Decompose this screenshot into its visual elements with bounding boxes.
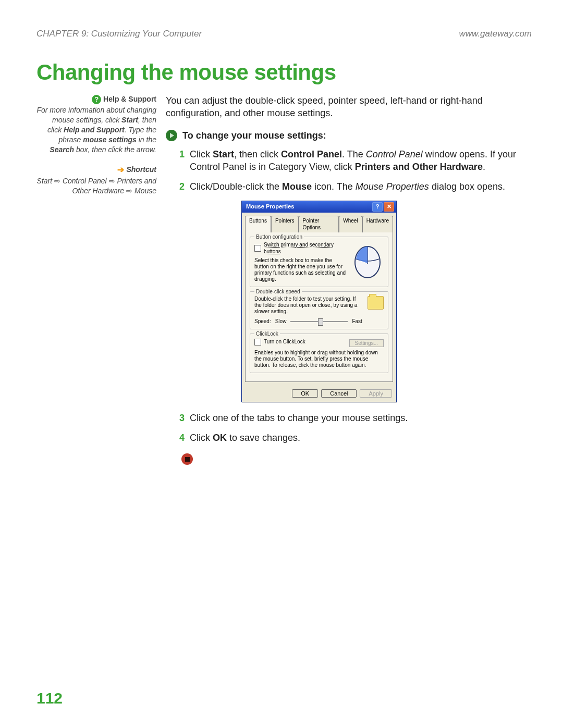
group-double-click: Double-click speed Double-click the fold… bbox=[250, 291, 388, 330]
subheading: To change your mouse settings: bbox=[182, 129, 326, 142]
help-heading: Help & Support bbox=[103, 94, 156, 104]
step-number: 3 bbox=[176, 412, 185, 424]
tab-pointers[interactable]: Pointers bbox=[271, 216, 299, 232]
checkbox-icon[interactable] bbox=[254, 245, 261, 252]
sidebar: ? Help & Support For more information ab… bbox=[36, 94, 166, 196]
step-2: 2 Click/Double-click the Mouse icon. The… bbox=[176, 180, 532, 193]
page-title: Changing the mouse settings bbox=[36, 60, 532, 85]
intro-text: You can adjust the double-click speed, p… bbox=[166, 94, 532, 120]
double-click-desc: Double-click the folder to test your set… bbox=[254, 296, 362, 315]
group-title: Button configuration bbox=[254, 233, 304, 241]
step-number: 4 bbox=[176, 431, 185, 444]
tab-hardware[interactable]: Hardware bbox=[362, 216, 393, 232]
tab-pointer-options[interactable]: Pointer Options bbox=[299, 216, 339, 232]
step-number: 2 bbox=[176, 180, 185, 193]
step-3: 3 Click one of the tabs to change your m… bbox=[176, 412, 532, 424]
play-icon bbox=[166, 130, 177, 141]
chapter-label: CHAPTER 9: Customizing Your Computer bbox=[36, 29, 202, 39]
group-button-config: Button configuration Switch primary and … bbox=[250, 237, 388, 287]
dialog-titlebar[interactable]: Mouse Properties ? ✕ bbox=[242, 201, 396, 213]
help-button-icon[interactable]: ? bbox=[372, 202, 383, 212]
clicklock-desc: Enables you to highlight or drag without… bbox=[254, 350, 384, 368]
slow-label: Slow bbox=[275, 318, 287, 325]
apply-button: Apply bbox=[360, 389, 392, 398]
help-body: For more information about changing mous… bbox=[36, 105, 156, 154]
dialog-title: Mouse Properties bbox=[244, 203, 294, 211]
page-number: 112 bbox=[36, 689, 63, 707]
clicklock-checkbox[interactable]: Turn on ClickLock bbox=[254, 338, 305, 346]
fast-label: Fast bbox=[352, 318, 362, 325]
speed-label: Speed: bbox=[254, 318, 271, 325]
help-icon: ? bbox=[92, 95, 101, 104]
step-1: 1 Click Start, then click Control Panel.… bbox=[176, 148, 532, 174]
slider-thumb-icon[interactable] bbox=[318, 318, 323, 326]
main-content: You can adjust the double-click speed, p… bbox=[166, 94, 532, 465]
group-title: ClickLock bbox=[254, 330, 280, 338]
site-url: www.gateway.com bbox=[459, 29, 532, 39]
tab-buttons[interactable]: Buttons bbox=[245, 216, 271, 232]
ok-button[interactable]: OK bbox=[292, 389, 318, 398]
mouse-illustration-icon bbox=[351, 241, 384, 280]
shortcut-path: Start ⇨ Control Panel ⇨ Printers and Oth… bbox=[36, 176, 156, 196]
cancel-button[interactable]: Cancel bbox=[321, 389, 357, 398]
test-folder-icon[interactable] bbox=[368, 296, 384, 310]
step-number: 1 bbox=[176, 148, 185, 161]
checkbox-icon[interactable] bbox=[254, 339, 261, 346]
switch-buttons-checkbox[interactable]: Switch primary and secondary buttons bbox=[254, 241, 347, 255]
mouse-properties-dialog: Mouse Properties ? ✕ Buttons Pointers Po… bbox=[241, 201, 397, 402]
shortcut-arrow-icon: ➔ bbox=[117, 164, 124, 176]
stop-icon bbox=[181, 453, 193, 465]
group-clicklock: ClickLock Turn on ClickLock Settings... … bbox=[250, 334, 388, 373]
speed-slider[interactable] bbox=[290, 321, 348, 322]
group-title: Double-click speed bbox=[254, 288, 302, 295]
close-icon[interactable]: ✕ bbox=[384, 202, 394, 212]
step-4: 4 Click OK to save changes. bbox=[176, 431, 532, 444]
shortcut-heading: Shortcut bbox=[126, 165, 156, 175]
tab-wheel[interactable]: Wheel bbox=[339, 216, 362, 232]
switch-buttons-desc: Select this check box to make the button… bbox=[254, 257, 347, 282]
dialog-tabs: Buttons Pointers Pointer Options Wheel H… bbox=[245, 216, 393, 232]
clicklock-settings-button: Settings... bbox=[349, 339, 384, 347]
